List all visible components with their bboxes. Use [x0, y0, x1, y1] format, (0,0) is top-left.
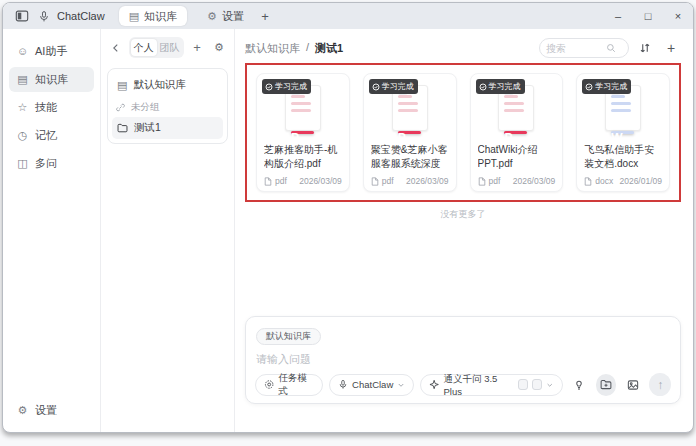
sort-icon[interactable] — [635, 38, 655, 58]
search-input[interactable] — [546, 43, 606, 54]
title-bar: ChatClaw ▤ 知识库 ⚙ 设置 + – □ × — [3, 3, 693, 29]
status-badge: 学习完成 — [262, 79, 311, 94]
tree-item-default-kb[interactable]: ▤ 默认知识库 — [112, 73, 223, 97]
sidebar-item-knowledge-base[interactable]: ▤ 知识库 — [9, 67, 94, 92]
sidebar-item-memory[interactable]: ◷ 记忆 — [9, 123, 94, 148]
tab-knowledge-base[interactable]: ▤ 知识库 — [119, 6, 187, 26]
tree-item-ungrouped[interactable]: 未分组 — [112, 97, 223, 117]
file-card-grid: 学习完成 P 芝麻推客助手-机构版介绍.pdf pdf 2026/ — [245, 63, 681, 202]
tab-team[interactable]: 团队 — [157, 39, 183, 56]
file-card[interactable]: 学习完成 W 飞鸟私信助手安装文档.docx docx 2026/ — [576, 73, 670, 192]
tree-item-label: 未分组 — [131, 101, 160, 114]
minimize-button[interactable]: – — [603, 3, 633, 29]
clock-icon: ◷ — [16, 130, 29, 141]
capability-badge-icon — [532, 379, 542, 390]
smiley-icon: ☺ — [16, 46, 29, 57]
file-name: 飞鸟私信助手安装文档.docx — [584, 143, 662, 170]
sidebar-item-ai-assistant[interactable]: ☺ AI助手 — [9, 39, 94, 64]
file-card[interactable]: 学习完成 P 芝麻推客助手-机构版介绍.pdf pdf 2026/ — [256, 73, 350, 192]
status-badge: 学习完成 — [476, 79, 525, 94]
tab-settings[interactable]: ⚙ 设置 — [197, 6, 254, 26]
library-panel: 个人 团队 + ⚙ ▤ 默认知识库 未分组 — [101, 29, 235, 433]
sidebar-item-multi-ask[interactable]: ◫ 多问 — [9, 151, 94, 176]
new-tab-button[interactable]: + — [254, 6, 276, 26]
file-type-label: pdf — [489, 176, 501, 186]
chat-input-box: 默认知识库 任务模式 ChatClaw 通义千问 3.5 Plus — [245, 316, 681, 404]
capability-badge-icon — [518, 379, 528, 390]
book-icon: ▤ — [16, 74, 29, 85]
search-icon — [606, 43, 616, 53]
sidebar-item-label: 技能 — [35, 100, 57, 115]
breadcrumb-root[interactable]: 默认知识库 — [245, 41, 300, 56]
doc-icon — [478, 177, 486, 186]
tree-item-label: 默认知识库 — [133, 78, 186, 92]
task-mode-button[interactable]: 任务模式 — [255, 374, 323, 396]
library-tree: ▤ 默认知识库 未分组 测试1 — [107, 68, 228, 144]
file-card[interactable]: 学习完成 P 聚宝赞&芝麻小客服客服系统深度对接功能方... pdf — [363, 73, 457, 192]
back-icon[interactable] — [107, 39, 125, 57]
app-title: ChatClaw — [57, 10, 105, 22]
file-name: 聚宝赞&芝麻小客服客服系统深度对接功能方... — [371, 143, 449, 170]
kb-chip[interactable]: 默认知识库 — [256, 328, 321, 345]
status-badge: 学习完成 — [582, 79, 631, 94]
scope-segmented-control: 个人 团队 — [129, 37, 184, 58]
image-button[interactable] — [622, 374, 643, 396]
sidebar-item-label: 知识库 — [35, 72, 68, 87]
pdf-file-icon: P — [398, 131, 421, 134]
file-meta: docx 2026/01/09 — [584, 176, 662, 186]
tab-label: 设置 — [222, 9, 244, 24]
chat-toolbar: 任务模式 ChatClaw 通义千问 3.5 Plus — [255, 373, 671, 396]
search-box — [539, 38, 629, 58]
chat-question-input[interactable] — [256, 353, 670, 365]
model-select[interactable]: 通义千问 3.5 Plus — [420, 374, 563, 396]
add-library-button[interactable]: + — [188, 39, 206, 57]
status-badge-label: 学习完成 — [489, 81, 521, 92]
file-thumbnail: 学习完成 P — [371, 80, 449, 136]
file-date: 2026/03/09 — [299, 176, 342, 186]
status-badge-label: 学习完成 — [595, 81, 627, 92]
book-icon: ▤ — [129, 11, 139, 22]
mode-gear-icon — [264, 379, 274, 390]
folder-upload-button[interactable] — [596, 374, 617, 396]
sidebar-toggle-icon[interactable] — [11, 5, 33, 27]
status-badge-label: 学习完成 — [382, 81, 414, 92]
file-name: ChatWiki介绍PPT.pdf — [478, 143, 556, 170]
lightbulb-button[interactable] — [569, 374, 590, 396]
breadcrumb-current: 测试1 — [315, 41, 343, 56]
sidebar-item-settings[interactable]: ⚙ 设置 — [9, 398, 94, 423]
file-meta: pdf 2026/03/09 — [264, 176, 342, 186]
gear-icon: ⚙ — [207, 11, 217, 22]
status-badge: 学习完成 — [369, 79, 418, 94]
sidebar-item-label: 设置 — [35, 403, 57, 418]
sidebar-item-skills[interactable]: ☆ 技能 — [9, 95, 94, 120]
file-date: 2026/03/09 — [513, 176, 556, 186]
gear-icon: ⚙ — [16, 405, 29, 416]
send-button[interactable]: ↑ — [649, 373, 671, 396]
agent-select[interactable]: ChatClaw — [329, 374, 414, 396]
breadcrumb-separator: / — [306, 41, 309, 56]
library-settings-icon[interactable]: ⚙ — [210, 39, 228, 57]
app-window: ChatClaw ▤ 知识库 ⚙ 设置 + – □ × ☺ AI助手 ▤ 知识库 — [2, 2, 694, 433]
file-thumbnail: 学习完成 W — [584, 80, 662, 136]
sidebar-item-label: AI助手 — [35, 44, 67, 59]
main-content: 默认知识库 / 测试1 + — [235, 29, 693, 433]
add-file-button[interactable]: + — [661, 38, 681, 58]
maximize-button[interactable]: □ — [633, 3, 663, 29]
no-more-label: 没有更多了 — [245, 208, 681, 221]
file-date: 2026/03/09 — [406, 176, 449, 186]
tab-personal[interactable]: 个人 — [131, 39, 157, 56]
tab-label: 知识库 — [144, 9, 177, 24]
tree-item-test1[interactable]: 测试1 — [112, 117, 223, 139]
sidebar-item-label: 多问 — [35, 156, 57, 171]
agent-label: ChatClaw — [352, 379, 393, 390]
task-mode-label: 任务模式 — [278, 372, 314, 398]
file-thumbnail: 学习完成 P — [264, 80, 342, 136]
pdf-file-icon: P — [291, 131, 314, 134]
word-file-icon: W — [611, 131, 634, 134]
file-name: 芝麻推客助手-机构版介绍.pdf — [264, 143, 342, 170]
close-button[interactable]: × — [663, 3, 693, 29]
file-card[interactable]: 学习完成 P ChatWiki介绍PPT.pdf pdf 2026 — [470, 73, 564, 192]
star-icon: ☆ — [16, 102, 29, 113]
sidebar-item-label: 记忆 — [35, 128, 57, 143]
chevron-down-icon — [546, 381, 553, 389]
